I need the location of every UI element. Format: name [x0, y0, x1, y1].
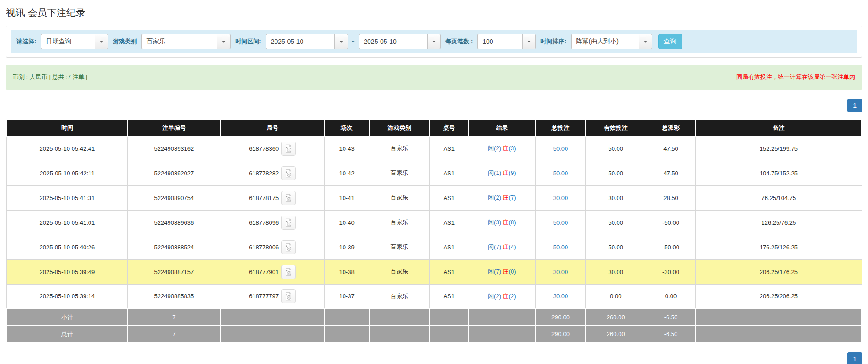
search-button[interactable]: 查询 [658, 34, 682, 49]
cell-session: 10-39 [324, 235, 369, 259]
result-banker-label: 庄 [503, 219, 509, 226]
page-size-select[interactable]: 100 [477, 34, 536, 49]
video-replay-button[interactable] [281, 166, 296, 180]
result-player: 闲(3) [488, 219, 501, 226]
result-banker-label: 庄 [503, 293, 509, 300]
cell-result: 闲(1) 庄(9) [468, 161, 536, 185]
date-to-caret-button[interactable] [427, 34, 441, 49]
date-from-caret-button[interactable] [334, 34, 348, 49]
result-banker-value: (2) [509, 293, 516, 300]
total-bet-link[interactable]: 50.00 [553, 145, 568, 152]
total-bet-link[interactable]: 30.00 [553, 269, 568, 275]
query-type-label: 请选择: [15, 37, 37, 46]
round-id-text: 618777797 [249, 293, 279, 300]
cell-payout: 28.50 [646, 185, 696, 210]
filter-panel: 请选择: 日期查询 游戏类别 百家乐 时间区间: 2025-05-10 ~ 20… [6, 26, 862, 58]
cell-session: 10-40 [324, 210, 369, 235]
result-player: 闲(1) [488, 169, 501, 176]
cell-total-bet: 30.00 [536, 259, 586, 284]
game-type-select[interactable]: 百家乐 [141, 34, 231, 49]
summary-empty-cell [369, 326, 430, 343]
table-summary-row: 总计7290.00260.00-6.50 [6, 326, 862, 343]
total-bet-link[interactable]: 30.00 [553, 293, 568, 300]
page-1-button[interactable]: 1 [847, 352, 862, 364]
page-title: 视讯 会员下注纪录 [6, 6, 862, 19]
query-type-value[interactable]: 日期查询 [41, 34, 95, 49]
result-banker-value: (0) [509, 268, 516, 275]
cell-game-type: 百家乐 [369, 210, 430, 235]
time-sort-caret-button[interactable] [639, 34, 652, 49]
column-header-1: 注单编号 [128, 120, 220, 136]
cell-bet-id: 522490890754 [128, 185, 220, 210]
cell-table-id: AS1 [430, 185, 468, 210]
caret-down-icon [432, 41, 436, 43]
total-bet-link[interactable]: 50.00 [553, 244, 568, 251]
cell-result: 闲(7) 庄(4) [468, 235, 536, 259]
date-from-select[interactable]: 2025-05-10 [266, 34, 348, 49]
summary-total-bet: 290.00 [536, 326, 586, 343]
result-player: 闲(2) [488, 293, 501, 300]
pagination-top: 1 [6, 99, 862, 112]
game-type-value[interactable]: 百家乐 [141, 34, 217, 49]
summary-empty-cell [468, 326, 536, 343]
cell-game-type: 百家乐 [369, 259, 430, 284]
table-summary-row: 小计7290.00260.00-6.50 [6, 309, 862, 326]
summary-empty-cell [468, 309, 536, 326]
cell-bet-id: 522490892027 [128, 161, 220, 185]
column-header-7: 总投注 [536, 120, 586, 136]
total-bet-link[interactable]: 30.00 [553, 195, 568, 201]
date-from-value[interactable]: 2025-05-10 [266, 34, 334, 49]
cell-note: 126.25/76.25 [696, 210, 862, 235]
page-size-value[interactable]: 100 [477, 34, 522, 49]
cell-round-id: 618778175 [220, 185, 324, 210]
result-banker-label: 庄 [503, 169, 509, 176]
total-bet-link[interactable]: 50.00 [553, 219, 568, 226]
pagination-bottom: 1 [6, 352, 862, 364]
query-type-select[interactable]: 日期查询 [41, 34, 108, 49]
result-banker-value: (8) [509, 219, 516, 226]
cell-round-id: 618778282 [220, 161, 324, 185]
cell-payout: -50.00 [646, 210, 696, 235]
summary-empty-cell [220, 309, 324, 326]
video-replay-button[interactable] [281, 191, 296, 205]
column-header-5: 桌号 [430, 120, 468, 136]
video-replay-button[interactable] [281, 216, 296, 230]
game-type-caret-button[interactable] [217, 34, 231, 49]
result-banker-label: 庄 [503, 145, 509, 152]
cell-valid-bet: 50.00 [585, 235, 646, 259]
summary-empty-cell [369, 309, 430, 326]
video-replay-button[interactable] [281, 265, 296, 279]
game-type-label: 游戏类别 [111, 37, 138, 46]
summary-payout: -6.50 [646, 326, 696, 343]
page-1-button[interactable]: 1 [847, 99, 862, 112]
round-id-text: 618778175 [249, 195, 279, 201]
video-replay-button[interactable] [281, 142, 296, 156]
column-header-2: 局号 [220, 120, 324, 136]
result-banker-value: (4) [509, 243, 516, 250]
date-to-select[interactable]: 2025-05-10 [359, 34, 441, 49]
video-replay-button[interactable] [281, 289, 296, 303]
total-bet-link[interactable]: 50.00 [553, 170, 568, 177]
video-file-icon [284, 268, 293, 276]
cell-payout: 47.50 [646, 136, 696, 161]
cell-payout: 0.00 [646, 284, 696, 309]
summary-label: 总计 [6, 326, 128, 343]
cell-result: 闲(7) 庄(0) [468, 259, 536, 284]
summary-label: 小计 [6, 309, 128, 326]
query-type-caret-button[interactable] [95, 34, 108, 49]
valid-bet-note-text: 同局有效投注，统一计算在该局第一张注单内 [736, 73, 855, 81]
page-size-caret-button[interactable] [522, 34, 536, 49]
summary-empty-cell [696, 309, 862, 326]
cell-result: 闲(2) 庄(2) [468, 284, 536, 309]
time-sort-select[interactable]: 降冪(由大到小) [571, 34, 652, 49]
column-header-4: 游戏类别 [369, 120, 430, 136]
video-replay-button[interactable] [281, 240, 296, 254]
cell-session: 10-37 [324, 284, 369, 309]
cell-total-bet: 50.00 [536, 161, 586, 185]
time-sort-value[interactable]: 降冪(由大到小) [571, 34, 639, 49]
date-to-value[interactable]: 2025-05-10 [359, 34, 427, 49]
cell-note: 206.25/176.25 [696, 259, 862, 284]
summary-empty-cell [324, 309, 369, 326]
cell-total-bet: 50.00 [536, 210, 586, 235]
summary-bar: 币别 : 人民币 | 总共 :7 注单 | 同局有效投注，统一计算在该局第一张注… [6, 65, 862, 90]
